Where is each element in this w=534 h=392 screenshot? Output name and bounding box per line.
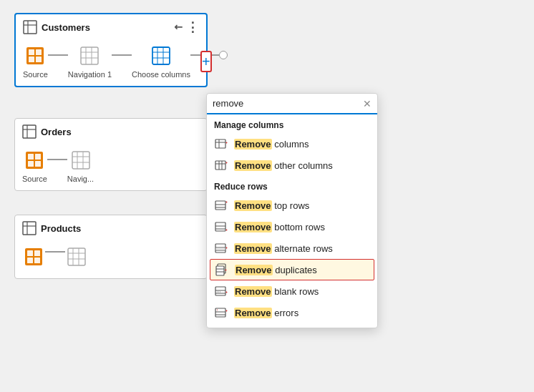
step-source: Source xyxy=(23,44,48,79)
step-source-orders: Source xyxy=(22,149,47,183)
menu-item-label-2: Remove other columns xyxy=(234,160,333,171)
menu-item-remove-columns[interactable]: Remove columns xyxy=(207,133,377,155)
svg-rect-35 xyxy=(27,250,33,256)
step-navigation-orders: Navig... xyxy=(67,149,94,183)
svg-rect-26 xyxy=(72,152,89,169)
orange-table-icon-orders xyxy=(24,150,44,170)
search-box: ✕ xyxy=(207,94,377,114)
svg-line-64 xyxy=(226,230,227,230)
step-icon-source-products[interactable] xyxy=(22,245,45,268)
svg-rect-18 xyxy=(23,125,36,138)
card-header-customers: Customers ↙ ⋮ xyxy=(16,14,206,40)
step-icon-source[interactable] xyxy=(24,44,47,67)
connector xyxy=(48,54,68,56)
blue-grid-icon xyxy=(151,46,171,66)
card-header-products: Products xyxy=(15,215,207,241)
table-icon-orders xyxy=(22,124,37,139)
card-header-left: Customers xyxy=(23,20,90,34)
svg-rect-60 xyxy=(215,222,225,231)
menu-item-label-errors: Remove errors xyxy=(234,308,298,318)
menu-item-remove-duplicates[interactable]: Remove duplicates xyxy=(210,259,374,280)
menu-item-remove-other-columns[interactable]: Remove other columns xyxy=(207,155,377,176)
step-choose-columns: Choose columns xyxy=(132,44,190,79)
card-steps-customers: Source Navigation 1 xyxy=(16,40,206,86)
card-steps-products xyxy=(15,241,207,278)
svg-rect-37 xyxy=(27,258,33,263)
step-label-source-orders: Source xyxy=(22,175,47,183)
remove-errors-icon: ! xyxy=(214,305,228,320)
svg-text:!: ! xyxy=(217,308,218,312)
svg-rect-5 xyxy=(36,49,42,55)
menu-item-remove-top-rows[interactable]: Remove top rows xyxy=(207,195,377,216)
card-products: Products xyxy=(14,215,208,279)
remove-duplicates-icon xyxy=(215,263,229,277)
remove-columns-icon xyxy=(214,137,228,151)
svg-rect-0 xyxy=(24,21,37,34)
connector-end xyxy=(212,54,219,56)
svg-rect-36 xyxy=(34,250,40,256)
connector-orders xyxy=(47,159,67,160)
svg-rect-38 xyxy=(34,258,40,263)
card-title: Customers xyxy=(42,22,90,33)
step-icon-source-orders[interactable] xyxy=(23,149,46,172)
remove-blank-rows-icon xyxy=(214,284,228,298)
card-customers: Customers ↙ ⋮ Source xyxy=(14,13,208,87)
step-label-source: Source xyxy=(23,70,48,79)
search-input[interactable] xyxy=(213,98,359,109)
highlight-remove-duplicates: Remove xyxy=(235,265,273,275)
svg-rect-72 xyxy=(216,266,224,275)
menu-item-label-alternate: Remove alternate rows xyxy=(234,243,333,254)
canvas: Customers ↙ ⋮ Source xyxy=(0,0,534,392)
card-title-products: Products xyxy=(41,223,81,234)
connector xyxy=(112,54,132,56)
card-header-left-products: Products xyxy=(22,221,81,235)
svg-line-59 xyxy=(226,202,227,202)
grid-table-icon-products xyxy=(67,247,87,267)
card-steps-orders: Source Navig... xyxy=(15,144,207,190)
search-clear-icon[interactable]: ✕ xyxy=(363,99,372,109)
highlight-remove-alternate: Remove xyxy=(234,243,272,254)
menu-item-remove-bottom-rows[interactable]: Remove bottom rows xyxy=(207,216,377,237)
svg-rect-49 xyxy=(215,161,225,170)
menu-item-remove-errors[interactable]: ! Remove errors xyxy=(207,302,377,323)
svg-line-88 xyxy=(226,310,227,311)
collapse-icon[interactable]: ↙ xyxy=(172,20,186,34)
grid-table-icon xyxy=(79,46,99,66)
remove-other-columns-icon xyxy=(214,158,228,172)
menu-item-label-duplicates: Remove duplicates xyxy=(235,265,317,275)
svg-rect-44 xyxy=(215,139,225,148)
card-header-orders: Orders xyxy=(15,119,207,144)
svg-rect-23 xyxy=(35,154,41,160)
orange-table-icon xyxy=(25,46,45,66)
section-header-manage-columns: Manage columns xyxy=(207,114,377,133)
menu-item-label-blank: Remove blank rows xyxy=(234,286,319,297)
step-label-navigation: Navigation 1 xyxy=(68,70,112,79)
highlight-remove-top: Remove xyxy=(234,200,272,211)
add-step-button[interactable]: + xyxy=(200,51,212,72)
svg-line-82 xyxy=(226,292,227,293)
section-header-reduce-rows: Reduce rows xyxy=(207,176,377,195)
svg-line-54 xyxy=(226,162,227,163)
menu-item-remove-alternate-rows[interactable]: Remove alternate rows xyxy=(207,237,377,259)
connector-products xyxy=(45,251,65,253)
highlight-remove-blank: Remove xyxy=(234,286,272,297)
card-actions: ↙ ⋮ xyxy=(175,21,199,34)
step-navigation: Navigation 1 xyxy=(68,44,112,79)
highlight-remove-2: Remove xyxy=(234,160,272,171)
end-circle xyxy=(219,51,228,59)
more-icon[interactable]: ⋮ xyxy=(186,21,199,34)
svg-rect-8 xyxy=(81,47,98,64)
step-icon-navigation-orders[interactable] xyxy=(69,149,92,172)
menu-item-remove-blank-rows[interactable]: Remove blank rows xyxy=(207,280,377,302)
svg-line-48 xyxy=(226,142,227,143)
svg-rect-13 xyxy=(152,47,170,64)
highlight-remove: Remove xyxy=(234,139,272,150)
svg-rect-31 xyxy=(23,222,36,235)
step-icon-navigation[interactable] xyxy=(78,44,101,67)
menu-item-label: Remove columns xyxy=(234,139,309,150)
table-icon-products xyxy=(22,221,37,235)
step-icon-grid-products[interactable] xyxy=(65,245,88,268)
step-icon-choose-columns[interactable] xyxy=(150,44,173,67)
dropdown-panel: ✕ Manage columns Remove columns xyxy=(206,93,378,328)
svg-rect-39 xyxy=(68,248,85,265)
